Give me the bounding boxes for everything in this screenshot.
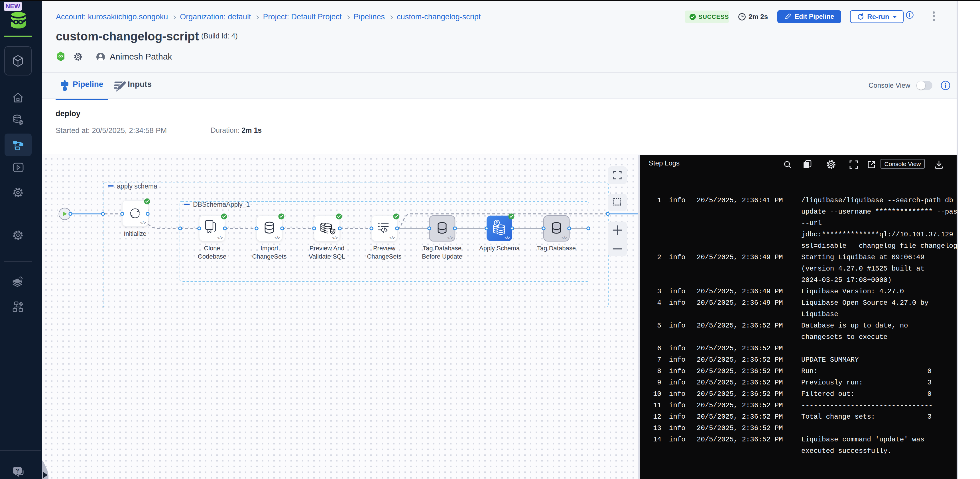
svg-text:</>: </> [504,236,510,240]
svg-text:</>: </> [447,236,453,240]
svg-text:</>: </> [390,236,395,240]
svg-text:</>: </> [275,236,280,240]
svg-text:</>: </> [140,220,146,225]
svg-text:</>: </> [562,236,567,240]
svg-text:</>: </> [332,236,338,240]
svg-text:</>: </> [217,236,223,240]
svg-text:?: ? [16,468,19,474]
